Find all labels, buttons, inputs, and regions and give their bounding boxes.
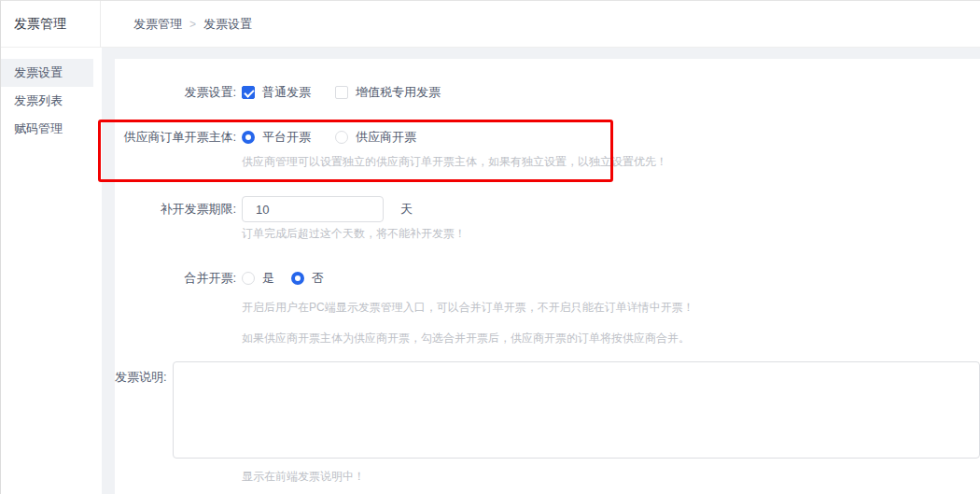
breadcrumb-separator-icon: > (189, 18, 196, 31)
checkbox-unchecked-icon[interactable] (335, 86, 348, 99)
supplier-subject-tip: 供应商管理可以设置独立的供应商订单开票主体，如果有独立设置，以独立设置优先！ (242, 154, 980, 169)
row-reissue-deadline: 补开发票期限: 天 (115, 196, 980, 222)
settings-card: 发票设置: 普通发票 增值税专用发票 供应商订单开票主体: (115, 59, 980, 494)
radio-checked-icon[interactable] (291, 272, 304, 285)
module-title: 发票管理 (1, 1, 101, 47)
main-area: 发票设置: 普通发票 增值税专用发票 供应商订单开票主体: (102, 48, 980, 494)
row-invoice-description: 发票说明: (115, 361, 980, 459)
radio-option-merge-no[interactable]: 否 (291, 270, 324, 287)
merge-invoicing-tip-1: 开启后用户在PC端显示发票管理入口，可以合并订单开票，不开启只能在订单详情中开票… (242, 300, 980, 315)
radio-option-platform-invoicing[interactable]: 平台开票 (242, 129, 311, 146)
invoice-description-textarea[interactable] (173, 361, 980, 459)
top-header: 发票管理 发票管理 > 发票设置 (1, 1, 980, 48)
sidebar-item-invoice-list[interactable]: 发票列表 (1, 87, 93, 115)
radio-option-supplier-invoicing[interactable]: 供应商开票 (335, 129, 416, 146)
checkbox-checked-icon[interactable] (242, 86, 255, 99)
supplier-subject-label: 供应商订单开票主体: (115, 129, 236, 146)
radio-unchecked-icon[interactable] (242, 272, 255, 285)
radio-unchecked-icon[interactable] (335, 131, 348, 144)
row-supplier-subject: 供应商订单开票主体: 平台开票 供应商开票 (115, 129, 980, 146)
breadcrumb: 发票管理 > 发票设置 (133, 1, 252, 47)
radio-label: 是 (262, 270, 274, 287)
radio-option-merge-yes[interactable]: 是 (242, 270, 274, 287)
radio-checked-icon[interactable] (242, 131, 255, 144)
reissue-days-input[interactable] (242, 196, 384, 222)
checkbox-label: 增值税专用发票 (356, 84, 441, 101)
breadcrumb-invoice-settings: 发票设置 (203, 16, 252, 33)
breadcrumb-invoice-management[interactable]: 发票管理 (133, 16, 182, 33)
invoice-description-tip: 显示在前端发票说明中！ (242, 469, 980, 484)
radio-label: 供应商开票 (356, 129, 416, 146)
checkbox-option-ordinary-invoice[interactable]: 普通发票 (242, 84, 311, 101)
row-merge-invoicing: 合并开票: 是 否 (115, 270, 980, 287)
merge-invoicing-label: 合并开票: (115, 270, 236, 287)
reissue-deadline-label: 补开发票期限: (115, 201, 236, 218)
sidebar-item-code-management[interactable]: 赋码管理 (1, 115, 93, 143)
merge-invoicing-tip-2: 如果供应商开票主体为供应商开票，勾选合并开票后，供应商开票的订单将按供应商合并。 (242, 331, 980, 346)
checkbox-label: 普通发票 (262, 84, 311, 101)
row-invoice-type: 发票设置: 普通发票 增值税专用发票 (115, 84, 980, 101)
reissue-deadline-tip: 订单完成后超过这个天数，将不能补开发票！ (242, 226, 980, 241)
checkbox-option-vat-special-invoice[interactable]: 增值税专用发票 (335, 84, 441, 101)
invoice-settings-page: 发票管理 发票管理 > 发票设置 发票设置 发票列表 赋码管理 发票设置: (0, 0, 980, 494)
radio-label: 否 (312, 270, 324, 287)
invoice-description-label: 发票说明: (115, 361, 167, 386)
sidebar-item-invoice-settings[interactable]: 发票设置 (1, 59, 93, 87)
invoice-type-label: 发票设置: (115, 84, 236, 101)
reissue-days-unit: 天 (400, 201, 413, 218)
radio-label: 平台开票 (262, 129, 311, 146)
sidebar: 发票设置 发票列表 赋码管理 (1, 48, 102, 494)
